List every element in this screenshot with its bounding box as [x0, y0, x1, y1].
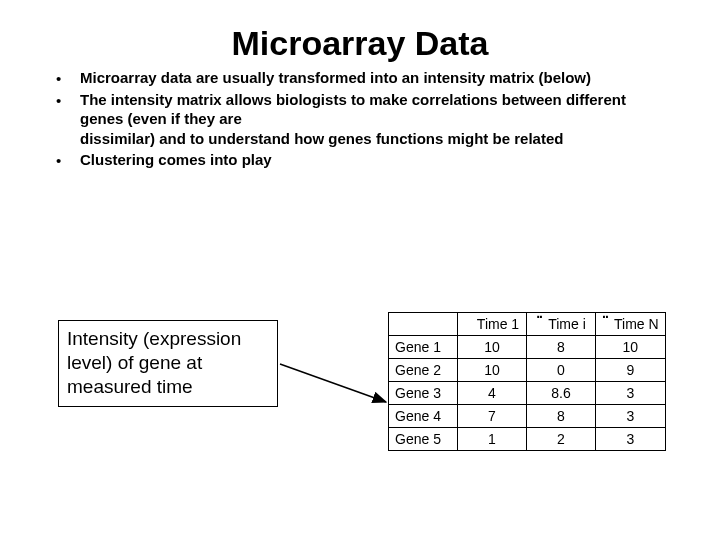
bullet-marker: •: [56, 69, 80, 89]
table-row: Gene 4 7 8 3: [389, 405, 666, 428]
bullet-text: Microarray data are usually transformed …: [80, 69, 664, 88]
table-cell: 0: [527, 359, 596, 382]
bullet-item: • The intensity matrix allows biologists…: [56, 91, 664, 129]
row-label: Gene 2: [389, 359, 458, 382]
row-label: Gene 1: [389, 336, 458, 359]
bullet-marker: [56, 130, 80, 131]
bullet-list: • Microarray data are usually transforme…: [0, 69, 720, 171]
table-header-row: Time 1 ··Time i ··Time N: [389, 313, 666, 336]
table-cell: 8: [527, 336, 596, 359]
page-title: Microarray Data: [0, 24, 720, 63]
caption-box: Intensity (expression level) of gene at …: [58, 320, 278, 407]
table-cell: 10: [458, 359, 527, 382]
bullet-text: The intensity matrix allows biologists t…: [80, 91, 664, 129]
table-cell: 1: [458, 428, 527, 451]
column-header: ··Time N: [596, 313, 666, 336]
bullet-item: dissimilar) and to understand how genes …: [56, 130, 664, 149]
bullet-marker: •: [56, 91, 80, 111]
table-row: Gene 3 4 8.6 3: [389, 382, 666, 405]
row-label: Gene 5: [389, 428, 458, 451]
arrow-icon: [278, 354, 398, 414]
bullet-item: • Clustering comes into play: [56, 151, 664, 171]
bullet-item: • Microarray data are usually transforme…: [56, 69, 664, 89]
table-cell: 4: [458, 382, 527, 405]
table-row: Gene 2 10 0 9: [389, 359, 666, 382]
bullet-text: dissimilar) and to understand how genes …: [80, 130, 664, 149]
table-cell: 9: [596, 359, 666, 382]
table-cell: 8.6: [527, 382, 596, 405]
intensity-matrix-table: Time 1 ··Time i ··Time N Gene 1 10 8 10 …: [388, 312, 666, 451]
table-cell: 3: [596, 405, 666, 428]
table-cell: 10: [458, 336, 527, 359]
bullet-marker: •: [56, 151, 80, 171]
column-header: ··Time i: [527, 313, 596, 336]
table-cell: 3: [596, 428, 666, 451]
table-cell: 10: [596, 336, 666, 359]
svg-line-1: [280, 364, 386, 402]
table-cell: 3: [596, 382, 666, 405]
table-cell: 2: [527, 428, 596, 451]
row-label: Gene 4: [389, 405, 458, 428]
table-cell: 8: [527, 405, 596, 428]
column-header: Time 1: [458, 313, 527, 336]
table-cell: 7: [458, 405, 527, 428]
table-row: Gene 1 10 8 10: [389, 336, 666, 359]
table-row: Gene 5 1 2 3: [389, 428, 666, 451]
bullet-text: Clustering comes into play: [80, 151, 664, 170]
row-label: Gene 3: [389, 382, 458, 405]
table-corner-cell: [389, 313, 458, 336]
